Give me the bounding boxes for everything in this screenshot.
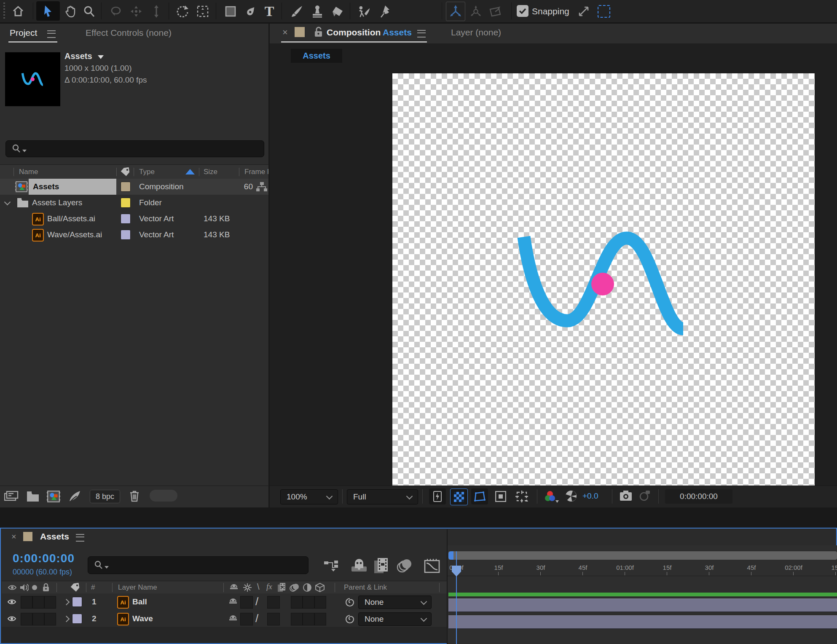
timeline-timecode[interactable]: 0:00:00:00 <box>13 552 75 565</box>
tab-layer[interactable]: Layer (none) <box>451 27 501 38</box>
column-frame-rate[interactable]: Frame Rate <box>244 168 268 176</box>
viewer-tab-assets[interactable]: Assets <box>291 49 342 63</box>
region-of-interest-toolbar-icon[interactable] <box>598 5 610 18</box>
row-label-swatch[interactable] <box>121 214 131 224</box>
layer-bar-ball[interactable] <box>448 598 837 612</box>
time-ruler[interactable]: 0:00f 15f 30f 45f 01:00f 15f 30f 45f 02:… <box>448 561 837 576</box>
clone-stamp-tool-icon[interactable] <box>310 4 325 19</box>
project-search-input[interactable] <box>5 140 264 157</box>
view-axis-mode-icon[interactable] <box>488 4 502 19</box>
guides-grid-button[interactable] <box>512 488 531 504</box>
layer-visibility-eye-icon[interactable] <box>7 598 17 606</box>
folder-twirl-icon[interactable] <box>4 199 11 206</box>
column-name[interactable]: Name <box>19 168 38 176</box>
column-layer-name[interactable]: Layer Name <box>118 583 157 592</box>
region-of-interest-button[interactable] <box>471 488 488 504</box>
project-flowchart-swoosh-icon[interactable] <box>68 490 81 503</box>
timeline-tab-label-swatch[interactable] <box>23 532 32 541</box>
exposure-value[interactable]: +0.0 <box>582 491 598 501</box>
puppet-pin-tool-icon[interactable] <box>378 4 393 19</box>
flowchart-icon[interactable] <box>256 182 267 192</box>
bit-depth-button[interactable]: 8 bpc <box>90 490 120 503</box>
sort-ascending-icon[interactable] <box>185 169 195 174</box>
local-axis-mode-button[interactable] <box>446 2 465 21</box>
shape-tool-icon[interactable] <box>223 4 238 19</box>
exposure-shutter-icon[interactable] <box>565 490 577 502</box>
footer-scroll-pill[interactable] <box>150 490 177 502</box>
snapping-checkbox[interactable] <box>517 5 528 17</box>
composition-viewport[interactable] <box>392 73 815 495</box>
current-time-display[interactable]: 0:00:00:00 00000 (60.00 fps) <box>13 552 75 577</box>
comp-tab-label-swatch[interactable] <box>295 27 305 37</box>
orbit-camera-tool-icon[interactable] <box>109 4 123 19</box>
brush-tool-icon[interactable] <box>290 4 304 19</box>
draft-3d-ghost-icon[interactable] <box>351 558 368 573</box>
home-tool-icon[interactable] <box>11 4 25 19</box>
pen-tool-icon[interactable] <box>244 4 258 19</box>
layer-row-wave[interactable]: 2 Ai Wave / None <box>2 610 447 628</box>
transparency-grid-button[interactable] <box>450 488 468 505</box>
pan-behind-tool-icon[interactable] <box>196 4 210 19</box>
hand-tool-icon[interactable] <box>63 4 78 19</box>
selection-tool-button[interactable] <box>36 1 60 21</box>
work-area-bar[interactable] <box>448 551 837 560</box>
timeline-search-input[interactable] <box>88 556 309 574</box>
motion-blur-icon[interactable] <box>396 558 413 573</box>
show-snapshot-icon[interactable] <box>639 490 651 502</box>
unlock-icon[interactable] <box>313 26 323 38</box>
zoom-tool-icon[interactable] <box>82 4 96 19</box>
new-composition-icon[interactable] <box>47 490 60 503</box>
column-parent-link[interactable]: Parent & Link <box>344 583 387 592</box>
snapshot-camera-icon[interactable] <box>620 490 632 501</box>
type-tool-icon[interactable]: T <box>262 3 276 19</box>
search-dropdown-icon[interactable] <box>22 150 27 152</box>
fast-previews-button[interactable] <box>429 488 446 504</box>
new-folder-icon[interactable] <box>27 491 39 502</box>
label-column-tag-icon[interactable] <box>120 167 130 177</box>
rotation-tool-icon[interactable] <box>175 4 190 19</box>
world-axis-mode-icon[interactable] <box>469 4 483 19</box>
table-row-ball-asset[interactable]: Ai Ball/Assets.ai Vector Art 143 KB <box>0 211 268 227</box>
magnification-dropdown[interactable]: 100% <box>280 489 338 504</box>
layer-quality-icon[interactable]: / <box>255 612 258 625</box>
parent-pickwhip-icon[interactable] <box>345 597 355 607</box>
interpret-footage-icon[interactable] <box>4 491 19 502</box>
expand-bounds-icon[interactable] <box>577 4 591 19</box>
layer-bar-wave[interactable] <box>448 615 837 629</box>
pan-camera-tool-icon[interactable] <box>129 4 143 19</box>
layer-twirl-icon[interactable] <box>63 599 70 606</box>
column-size[interactable]: Size <box>204 168 217 176</box>
wave-artwork[interactable] <box>392 73 815 495</box>
timeline-empty-area[interactable] <box>2 628 447 643</box>
table-row-wave-asset[interactable]: Ai Wave/Assets.ai Vector Art 143 KB <box>0 227 268 243</box>
timeline-tab-name[interactable]: Assets <box>40 531 69 542</box>
close-tab-icon[interactable]: × <box>282 27 288 38</box>
graph-editor-icon[interactable] <box>424 558 440 573</box>
layer-shy-icon[interactable] <box>228 614 238 623</box>
row-label-swatch[interactable] <box>121 230 131 240</box>
layer-twirl-icon[interactable] <box>63 616 70 623</box>
eraser-tool-icon[interactable] <box>330 4 345 19</box>
tab-effect-controls[interactable]: Effect Controls (none) <box>86 28 172 38</box>
playhead-line[interactable] <box>456 551 457 644</box>
preview-timecode-box[interactable]: 0:00:00:00 <box>665 489 732 504</box>
parent-link-dropdown[interactable]: None <box>358 612 432 626</box>
column-type[interactable]: Type <box>139 168 155 176</box>
resolution-dropdown[interactable]: Full <box>347 489 418 504</box>
table-row-assets-layers[interactable]: Assets Layers Folder <box>0 195 268 211</box>
layer-name[interactable]: Wave <box>132 614 153 623</box>
comp-info-dropdown-icon[interactable] <box>98 55 104 59</box>
layer-name[interactable]: Ball <box>132 597 147 606</box>
layer-label-swatch[interactable] <box>72 597 82 607</box>
trash-icon[interactable] <box>129 490 140 502</box>
composition-panel-menu-icon[interactable] <box>417 30 426 38</box>
layer-visibility-eye-icon[interactable] <box>7 615 17 623</box>
comp-thumbnail[interactable] <box>5 52 60 106</box>
parent-pickwhip-icon[interactable] <box>345 614 355 624</box>
close-tab-icon[interactable]: × <box>11 532 16 542</box>
frame-blending-icon[interactable] <box>373 557 389 574</box>
work-area-start-handle[interactable] <box>448 551 453 560</box>
tab-composition-name[interactable]: Assets <box>383 27 412 38</box>
tab-composition-title[interactable]: Composition <box>327 27 381 38</box>
channel-rgb-icon[interactable] <box>545 490 559 503</box>
